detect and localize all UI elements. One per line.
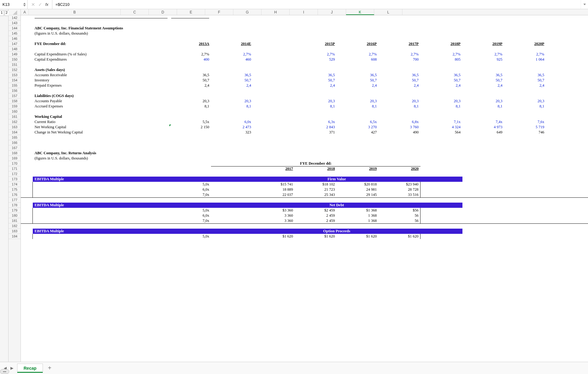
row-head-155[interactable]: 155: [9, 83, 21, 88]
row-head-142[interactable]: 142: [9, 15, 21, 21]
col-head-F[interactable]: F: [205, 9, 233, 15]
outline-level-1[interactable]: 1: [0, 10, 4, 16]
row-head-167[interactable]: 167: [9, 145, 21, 151]
add-sheet-button[interactable]: +: [45, 364, 54, 372]
row-head-158[interactable]: 158: [9, 99, 21, 104]
outline-level-strip: 1 2: [0, 9, 9, 362]
row-head-184[interactable]: 184: [9, 234, 21, 239]
name-box-value: K13: [2, 2, 9, 7]
row-head-162[interactable]: 162: [9, 119, 21, 125]
row-head-174[interactable]: 174: [9, 182, 21, 187]
row-head-173[interactable]: 173: [9, 177, 21, 182]
col-head-A[interactable]: A: [21, 9, 29, 15]
row-head-160[interactable]: 160: [9, 109, 21, 114]
col-head-I[interactable]: I: [290, 9, 318, 15]
row-head-180[interactable]: 180: [9, 213, 21, 218]
row-head-146[interactable]: 146: [9, 36, 21, 41]
row-expand-handle[interactable]: •••: [0, 369, 9, 374]
row-head-176[interactable]: 176: [9, 192, 21, 197]
name-box-stepper[interactable]: [23, 2, 26, 7]
row-head-153[interactable]: 153: [9, 73, 21, 78]
tab-recap[interactable]: Recap: [17, 364, 43, 373]
col-head-E[interactable]: E: [177, 9, 205, 15]
outline-level-2[interactable]: 2: [5, 10, 9, 16]
formula-input[interactable]: =$C210: [52, 2, 581, 7]
tab-next-icon[interactable]: ▶: [9, 365, 15, 372]
row-headers: 1421431441451461471481491501511521531541…: [9, 9, 21, 362]
row-head-166[interactable]: 166: [9, 140, 21, 145]
row-head-144[interactable]: 144: [9, 26, 21, 31]
row-head-178[interactable]: 178: [9, 203, 21, 208]
cancel-icon[interactable]: ✕: [31, 2, 35, 7]
row-head-157[interactable]: 157: [9, 93, 21, 99]
row-head-168[interactable]: 168: [9, 151, 21, 156]
col-head-B[interactable]: B: [29, 9, 121, 15]
row-head-177[interactable]: 177: [9, 197, 21, 203]
col-head-G[interactable]: G: [233, 9, 262, 15]
row-head-170[interactable]: 170: [9, 161, 21, 166]
chevron-down-icon: [23, 5, 26, 7]
row-head-145[interactable]: 145: [9, 31, 21, 36]
row-head-150[interactable]: 150: [9, 57, 21, 62]
col-head-K[interactable]: K: [346, 9, 374, 15]
col-head-C[interactable]: C: [121, 9, 149, 15]
row-head-169[interactable]: 169: [9, 156, 21, 161]
formula-controls: ✕ ✓ fx: [28, 0, 52, 9]
col-head-L[interactable]: L: [374, 9, 402, 15]
row-head-154[interactable]: 154: [9, 78, 21, 83]
formula-text: =$C210: [55, 2, 70, 7]
row-head-183[interactable]: 183: [9, 229, 21, 234]
column-headers: ABCDEFGHIJKL: [21, 9, 588, 15]
row-head-181[interactable]: 181: [9, 218, 21, 223]
svg-marker-2: [583, 4, 586, 5]
formula-bar: K13 ✕ ✓ fx =$C210: [0, 0, 588, 9]
row-head-147[interactable]: 147: [9, 41, 21, 47]
row-head-149[interactable]: 149: [9, 52, 21, 57]
row-head-148[interactable]: 148: [9, 47, 21, 52]
row-head-143[interactable]: 143: [9, 21, 21, 26]
row-head-165[interactable]: 165: [9, 135, 21, 140]
fx-icon[interactable]: fx: [45, 2, 48, 7]
formula-bar-expand[interactable]: [581, 0, 588, 9]
chevron-down-icon: [583, 3, 586, 6]
select-all-corner[interactable]: [9, 9, 21, 15]
row-head-182[interactable]: 182: [9, 223, 21, 229]
svg-marker-3: [13, 10, 17, 15]
row-head-156[interactable]: 156: [9, 88, 21, 93]
row-head-159[interactable]: 159: [9, 104, 21, 109]
row-head-179[interactable]: 179: [9, 208, 21, 213]
chevron-up-icon: [23, 2, 26, 5]
col-head-J[interactable]: J: [318, 9, 346, 15]
row-head-171[interactable]: 171: [9, 166, 21, 171]
name-box[interactable]: K13: [0, 0, 28, 9]
confirm-icon[interactable]: ✓: [38, 2, 42, 7]
row-head-152[interactable]: 152: [9, 67, 21, 73]
row-head-164[interactable]: 164: [9, 130, 21, 135]
svg-marker-0: [23, 3, 26, 4]
col-head-D[interactable]: D: [149, 9, 177, 15]
spreadsheet: 1 2 142143144145146147148149150151152153…: [0, 9, 588, 362]
svg-marker-1: [23, 5, 26, 6]
row-head-172[interactable]: 172: [9, 171, 21, 177]
row-head-163[interactable]: 163: [9, 125, 21, 130]
col-head-H[interactable]: H: [262, 9, 290, 15]
row-head-151[interactable]: 151: [9, 62, 21, 67]
sheet-tab-bar: ◀ ▶ Recap +: [0, 362, 588, 374]
row-head-175[interactable]: 175: [9, 187, 21, 192]
cells-area[interactable]: ABC Company, Inc. Financial Statement As…: [21, 15, 588, 239]
row-head-161[interactable]: 161: [9, 114, 21, 119]
